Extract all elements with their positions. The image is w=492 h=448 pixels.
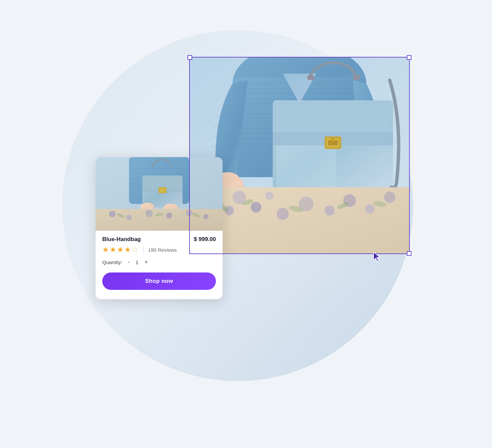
svg-point-69 [277, 208, 289, 220]
product-title-row: Blue-Handbag $ 999.00 [102, 236, 216, 243]
svg-rect-49 [308, 75, 314, 80]
quantity-row: Quantity: - 1 + [102, 259, 216, 266]
rating-divider [143, 246, 143, 253]
reviews-count: 190 Reviews [148, 247, 177, 253]
product-card: Blue-Handbag $ 999.00 ★ ★ ★ ★ ☆ 190 Revi… [96, 157, 223, 299]
svg-point-68 [265, 192, 273, 200]
star-rating: ★ ★ ★ ★ ☆ [102, 245, 138, 254]
svg-point-67 [251, 202, 261, 213]
svg-point-71 [325, 206, 335, 216]
product-card-body: Blue-Handbag $ 999.00 ★ ★ ★ ★ ☆ 190 Revi… [96, 231, 223, 266]
card-bag-illustration [96, 157, 223, 231]
product-price: $ 999.00 [194, 236, 216, 243]
star-1: ★ [102, 245, 109, 254]
svg-point-107 [145, 210, 153, 217]
product-title: Blue-Handbag [102, 236, 141, 243]
quantity-value: 1 [134, 259, 140, 265]
svg-point-109 [186, 210, 193, 216]
scene-container: Blue-Handbag $ 999.00 ★ ★ ★ ★ ☆ 190 Revi… [62, 23, 430, 425]
svg-point-108 [166, 213, 172, 219]
quantity-label: Quantity: [102, 259, 122, 265]
svg-point-74 [384, 192, 395, 203]
svg-rect-60 [331, 138, 335, 141]
star-3: ★ [117, 245, 124, 254]
svg-point-106 [126, 215, 132, 220]
star-4: ★ [124, 245, 131, 254]
quantity-minus-button[interactable]: - [126, 259, 131, 266]
shop-now-button[interactable]: Shop now [102, 272, 216, 290]
quantity-plus-button[interactable]: + [143, 259, 149, 266]
rating-row: ★ ★ ★ ★ ☆ 190 Reviews [102, 245, 216, 254]
svg-point-73 [365, 204, 374, 214]
svg-rect-50 [353, 75, 360, 80]
quantity-controls: - 1 + [126, 259, 149, 266]
product-card-image [96, 157, 223, 231]
svg-rect-95 [159, 188, 165, 192]
star-5: ☆ [132, 245, 138, 254]
svg-point-110 [203, 214, 209, 219]
svg-point-105 [109, 211, 116, 217]
star-2: ★ [110, 245, 116, 254]
